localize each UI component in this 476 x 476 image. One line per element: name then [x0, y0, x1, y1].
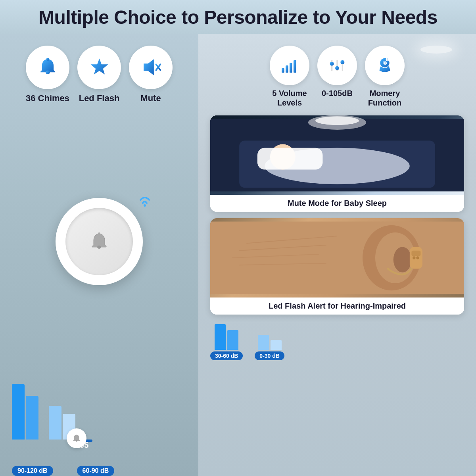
- baby-scene-svg: [210, 115, 464, 195]
- svg-point-9: [76, 440, 78, 442]
- content-area: 36 Chimes: [0, 34, 476, 476]
- svg-rect-29: [257, 148, 323, 170]
- volume-bars-section: 105 90-120 dB 60-90 dB: [0, 368, 198, 476]
- wifi-signal: [135, 188, 155, 209]
- mute-icon: [140, 56, 162, 78]
- svg-point-19: [340, 60, 344, 64]
- range-badge-90-120: 90-120 dB: [12, 466, 53, 476]
- db-range-label: 0-105dB: [322, 88, 353, 98]
- header: Multiple Choice to Personalize to Your N…: [0, 0, 476, 34]
- main-container: Multiple Choice to Personalize to Your N…: [0, 0, 476, 476]
- svg-point-17: [335, 66, 339, 70]
- right-bottom-section: 30-60 dB 0-30 dB: [210, 321, 464, 362]
- bar-2a: [49, 406, 61, 440]
- mute-label: Mute: [140, 93, 161, 104]
- svg-text:!: !: [387, 58, 388, 61]
- equalizer-icon: [327, 56, 347, 75]
- svg-rect-36: [410, 247, 422, 269]
- bars-30-60: [215, 324, 238, 350]
- svg-point-8: [98, 232, 100, 235]
- svg-rect-10: [282, 68, 284, 73]
- range-badge-0-30: 0-30 dB: [255, 351, 284, 360]
- feature-mute: Mute: [129, 46, 173, 104]
- feature-led-flash: Led Flash: [77, 46, 121, 104]
- svg-rect-13: [294, 60, 296, 73]
- r-bar-2: [227, 330, 238, 350]
- r-bar-4: [271, 340, 282, 350]
- ear-visual: [210, 218, 464, 298]
- svg-marker-2: [90, 59, 108, 75]
- small-bell-icon: [71, 433, 82, 444]
- wifi-icon: [135, 188, 155, 208]
- doorbell-section: [0, 107, 198, 368]
- mute-icon-circle: [129, 46, 173, 89]
- ceiling-light: [420, 46, 452, 54]
- right-panel: 5 VolumeLevels: [198, 34, 476, 476]
- right-bar-group-0-30: 0-30 dB: [255, 335, 284, 360]
- head-icon: ⚙ !: [375, 56, 395, 75]
- baby-card-label: Mute Mode for Baby Sleep: [210, 195, 464, 212]
- range-badge-60-90: 60-90 dB: [77, 466, 115, 476]
- svg-point-0: [46, 71, 50, 74]
- chimes-icon-circle: [26, 46, 69, 89]
- svg-point-35: [393, 247, 412, 272]
- baby-sleeping-scene: [210, 115, 464, 195]
- chimes-label: 36 Chimes: [26, 93, 69, 104]
- svg-point-31: [315, 116, 359, 125]
- ear-scene-svg: [210, 218, 464, 298]
- svg-point-39: [416, 256, 419, 259]
- svg-point-7: [97, 246, 101, 249]
- bars-chart-left: [8, 372, 75, 440]
- ear-card: Led Flash Alert for Hearing-Impaired: [210, 218, 464, 315]
- svg-point-38: [413, 256, 415, 259]
- db-range-labels-left: 90-120 dB 60-90 dB: [8, 463, 114, 476]
- doorbell-device: [56, 198, 143, 285]
- svg-rect-12: [290, 63, 292, 73]
- volume-bars-icon: [280, 56, 299, 75]
- svg-rect-37: [411, 251, 420, 256]
- svg-rect-11: [286, 65, 288, 73]
- volume-levels-icon-circle: [270, 46, 309, 85]
- svg-point-15: [330, 62, 334, 66]
- ear-card-label: Led Flash Alert for Hearing-Impaired: [210, 298, 464, 315]
- bar-1a: [12, 384, 25, 440]
- led-flash-label: Led Flash: [79, 93, 120, 104]
- led-flash-icon-circle: [77, 46, 121, 89]
- bars-0-30: [258, 335, 282, 350]
- left-panel: 36 Chimes: [0, 34, 198, 476]
- doorbell-bell-icon: [87, 230, 111, 253]
- small-doorbell: [67, 428, 86, 448]
- badge-area: 105: [8, 440, 190, 463]
- r-bar-1: [215, 324, 226, 350]
- doorbell-inner: [65, 208, 133, 275]
- left-feature-icons-row: 36 Chimes: [0, 34, 198, 107]
- range-badge-30-60: 30-60 dB: [210, 351, 243, 360]
- feature-chimes: 36 Chimes: [26, 46, 69, 104]
- feature-memory: ⚙ ! MomeryFunction: [365, 46, 405, 107]
- baby-sleep-card: Mute Mode for Baby Sleep: [210, 115, 464, 212]
- bar-1b: [26, 396, 38, 440]
- baby-visual: [210, 115, 464, 195]
- feature-volume-levels: 5 VolumeLevels: [270, 46, 309, 107]
- svg-rect-32: [210, 221, 464, 294]
- db-range-icon-circle: [317, 46, 357, 85]
- star-icon: [88, 56, 110, 78]
- page-title: Multiple Choice to Personalize to Your N…: [8, 7, 468, 28]
- svg-point-1: [46, 58, 49, 61]
- svg-marker-3: [144, 60, 154, 75]
- feature-db-range: 0-105dB: [317, 46, 357, 98]
- r-bar-3: [258, 335, 269, 350]
- bar-group-1: [12, 384, 38, 440]
- volume-levels-label: 5 VolumeLevels: [272, 88, 307, 107]
- bell-icon: [37, 56, 59, 78]
- memory-icon-circle: ⚙ !: [365, 46, 405, 85]
- memory-label: MomeryFunction: [368, 88, 401, 107]
- right-bar-group-30-60: 30-60 dB: [210, 324, 243, 360]
- svg-point-6: [144, 204, 146, 207]
